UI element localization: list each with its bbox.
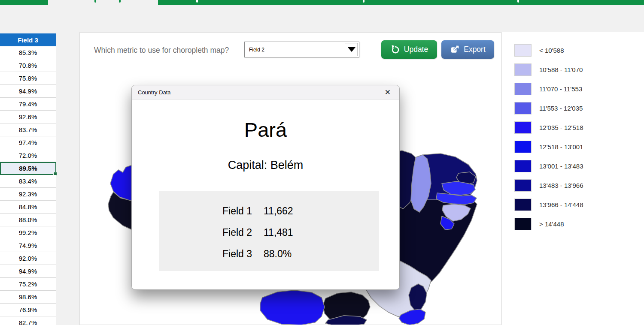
legend-swatch bbox=[514, 199, 532, 211]
state-name: Pará bbox=[132, 118, 399, 141]
field3-column: Field 3 85.3%70.8%75.8%94.9%79.4%92.6%83… bbox=[0, 33, 56, 325]
legend-swatch bbox=[514, 121, 532, 134]
legend-label: 12'518 - 13'001 bbox=[539, 143, 583, 150]
legend-item-9: > 14'448 bbox=[514, 218, 644, 230]
field3-cell-19[interactable]: 98.6% bbox=[0, 291, 56, 304]
metric-question-label: Which metric to use for choropleth map? bbox=[94, 46, 229, 55]
field3-cell-6[interactable]: 83.7% bbox=[0, 123, 56, 136]
field3-cell-11[interactable]: 92.3% bbox=[0, 188, 56, 201]
legend-item-2: 11'070 - 11'553 bbox=[514, 83, 644, 95]
dropdown-button[interactable] bbox=[345, 43, 358, 56]
dialog-field-row-0: Field 111,662 bbox=[222, 200, 379, 222]
export-icon bbox=[450, 45, 460, 54]
legend-item-6: 13'001 - 13'483 bbox=[514, 160, 644, 172]
legend-swatch bbox=[514, 141, 532, 153]
legend-label: 13'001 - 13'483 bbox=[539, 162, 583, 170]
map-state-espirito-santo[interactable] bbox=[409, 284, 427, 310]
field3-cell-1[interactable]: 70.8% bbox=[0, 59, 56, 72]
legend-item-0: < 10'588 bbox=[514, 44, 644, 57]
field3-column-header[interactable]: Field 3 bbox=[0, 33, 56, 46]
dialog-field-row-1: Field 211,481 bbox=[222, 222, 379, 243]
legend-item-3: 11'553 - 12'035 bbox=[514, 102, 644, 114]
field3-cell-0[interactable]: 85.3% bbox=[0, 46, 56, 59]
dialog-field-value: 11,481 bbox=[264, 227, 379, 238]
active-sheet-tab[interactable] bbox=[48, 0, 158, 5]
legend-label: 11'070 - 11'553 bbox=[539, 85, 582, 93]
field3-cell-9[interactable]: 89.5% bbox=[0, 162, 56, 175]
sheet-tab-bar[interactable] bbox=[0, 0, 644, 5]
tab-label-fragment-1 bbox=[119, 0, 121, 3]
country-data-dialog: Country Data ✕ Pará Capital: Belém Field… bbox=[131, 85, 400, 290]
legend-label: > 14'448 bbox=[539, 220, 564, 228]
field3-cell-20[interactable]: 76.9% bbox=[0, 304, 56, 316]
field3-cell-4[interactable]: 79.4% bbox=[0, 98, 56, 111]
field3-cell-8[interactable]: 72.0% bbox=[0, 149, 56, 162]
refresh-icon bbox=[390, 45, 400, 54]
map-panel: Which metric to use for choropleth map? … bbox=[79, 32, 501, 325]
legend-item-4: 12'035 - 12'518 bbox=[514, 121, 644, 134]
field3-cell-18[interactable]: 75.2% bbox=[0, 278, 56, 291]
field3-cell-3[interactable]: 94.9% bbox=[0, 85, 56, 98]
close-icon[interactable]: ✕ bbox=[382, 88, 393, 97]
export-button[interactable]: Export bbox=[441, 40, 494, 59]
dialog-field-label: Field 2 bbox=[222, 227, 264, 238]
legend-label: 11'553 - 12'035 bbox=[539, 105, 583, 112]
update-button[interactable]: Update bbox=[381, 40, 437, 59]
legend-swatch bbox=[514, 44, 532, 57]
legend-label: < 10'588 bbox=[539, 47, 564, 54]
chevron-down-icon bbox=[348, 47, 355, 52]
tab-label-fragment-3 bbox=[363, 0, 365, 3]
legend-item-8: 13'966 - 14'448 bbox=[514, 199, 644, 211]
field3-cell-15[interactable]: 74.9% bbox=[0, 239, 56, 252]
dialog-field-label: Field 3 bbox=[222, 248, 264, 260]
state-capital: Capital: Belém bbox=[132, 159, 399, 172]
legend-item-5: 12'518 - 13'001 bbox=[514, 141, 644, 153]
legend-label: 12'035 - 12'518 bbox=[539, 124, 583, 131]
legend-label: 10'588 - 11'070 bbox=[539, 66, 583, 73]
map-state-mato-grosso-do-sul[interactable] bbox=[260, 290, 325, 325]
field3-cell-2[interactable]: 75.8% bbox=[0, 72, 56, 85]
dialog-field-label: Field 1 bbox=[222, 205, 264, 217]
app-window: Field 3 85.3%70.8%75.8%94.9%79.4%92.6%83… bbox=[0, 0, 644, 325]
field3-cell-10[interactable]: 83.4% bbox=[0, 175, 56, 188]
metric-dropdown-value: Field 2 bbox=[249, 47, 264, 53]
legend-swatch bbox=[514, 179, 532, 192]
dialog-field-row-2: Field 388.0% bbox=[222, 243, 379, 265]
legend-item-7: 13'483 - 13'966 bbox=[514, 179, 644, 192]
update-button-label: Update bbox=[404, 45, 428, 54]
dialog-title: Country Data bbox=[138, 89, 171, 96]
field3-cell-17[interactable]: 94.9% bbox=[0, 265, 56, 278]
field3-cell-16[interactable]: 92.0% bbox=[0, 252, 56, 265]
export-button-label: Export bbox=[464, 45, 486, 54]
map-legend: < 10'58810'588 - 11'07011'070 - 11'55311… bbox=[502, 32, 644, 325]
tab-label-fragment-0 bbox=[94, 0, 96, 3]
state-fields-box: Field 111,662Field 211,481Field 388.0% bbox=[159, 191, 379, 271]
field3-cell-12[interactable]: 84.8% bbox=[0, 201, 56, 214]
dialog-field-value: 11,662 bbox=[264, 205, 379, 217]
legend-swatch bbox=[514, 160, 532, 172]
field3-cell-5[interactable]: 92.6% bbox=[0, 111, 56, 123]
legend-swatch bbox=[514, 102, 532, 114]
dialog-title-bar[interactable]: Country Data ✕ bbox=[132, 85, 399, 100]
legend-item-1: 10'588 - 11'070 bbox=[514, 63, 644, 76]
field3-cell-7[interactable]: 97.4% bbox=[0, 136, 56, 149]
legend-swatch bbox=[514, 63, 532, 76]
tab-label-fragment-4 bbox=[517, 0, 519, 3]
field3-rows: 85.3%70.8%75.8%94.9%79.4%92.6%83.7%97.4%… bbox=[0, 46, 56, 325]
tab-label-fragment-2 bbox=[196, 0, 198, 3]
metric-dropdown[interactable]: Field 2 bbox=[244, 42, 359, 57]
legend-label: 13'483 - 13'966 bbox=[539, 182, 583, 189]
field3-cell-13[interactable]: 88.0% bbox=[0, 214, 56, 226]
dialog-field-value: 88.0% bbox=[264, 248, 379, 260]
legend-label: 13'966 - 14'448 bbox=[539, 201, 583, 208]
field3-cell-14[interactable]: 99.2% bbox=[0, 226, 56, 239]
legend-swatch bbox=[514, 218, 532, 230]
legend-swatch bbox=[514, 83, 532, 95]
field3-cell-21[interactable]: 82.7% bbox=[0, 316, 56, 325]
